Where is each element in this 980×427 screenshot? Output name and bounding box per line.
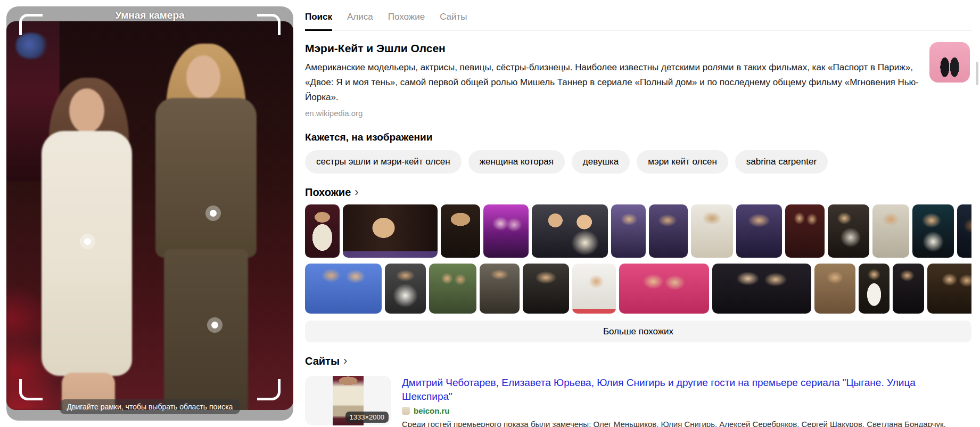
similar-image[interactable] <box>872 204 909 258</box>
similar-image[interactable] <box>619 264 709 314</box>
similar-image[interactable] <box>611 204 646 258</box>
results-panel: ПоискАлисаПохожиеСайты Мэри-Кейт и Эшли … <box>305 0 971 427</box>
similar-heading-link[interactable]: Похожие › <box>305 186 359 199</box>
object-marker-3[interactable] <box>211 322 218 329</box>
sites-section: Сайты › 1333×2000Дмитрий Чеботарев, Елиз… <box>305 355 971 427</box>
sites-heading-label: Сайты <box>305 355 340 367</box>
tab-bar: ПоискАлисаПохожиеСайты <box>305 0 971 31</box>
result-domain-text[interactable]: beicon.ru <box>414 406 450 415</box>
guess-chips-row: сестры эшли и мэри-кейт олсенженщина кот… <box>305 150 971 174</box>
result-thumbnail[interactable]: 1333×2000 <box>305 376 391 425</box>
similar-image[interactable] <box>785 204 825 258</box>
guesses-heading: Кажется, на изображении <box>305 132 971 143</box>
similar-images-row-1 <box>305 204 971 258</box>
similar-image[interactable] <box>893 264 924 314</box>
similar-image[interactable] <box>912 204 954 258</box>
similar-image[interactable] <box>483 204 529 258</box>
object-marker-1[interactable] <box>84 238 91 245</box>
selection-corner-bottom-right[interactable] <box>257 379 281 400</box>
similar-image[interactable] <box>712 264 811 314</box>
guess-chip[interactable]: мэри кейт олсен <box>637 150 728 174</box>
guess-chip[interactable]: девушка <box>572 150 630 174</box>
camera-panel-title: Умная камера <box>6 10 293 21</box>
smart-camera-panel: Умная камера Двигайте рамки, чтобы выбра… <box>6 6 293 421</box>
chevron-right-icon: › <box>343 355 347 367</box>
chevron-right-icon: › <box>355 186 358 198</box>
guess-chip[interactable]: женщина которая <box>468 150 565 174</box>
similar-image[interactable] <box>441 204 480 258</box>
beicon-favicon <box>402 407 410 415</box>
similar-image[interactable] <box>429 264 476 314</box>
similar-image[interactable] <box>572 264 616 314</box>
similar-image[interactable] <box>305 264 382 314</box>
poster-figure <box>16 33 49 59</box>
site-result: 1333×2000Дмитрий Чеботарев, Елизавета Юр… <box>305 376 971 427</box>
similar-image[interactable] <box>927 264 971 314</box>
entity-card: Мэри-Кейт и Эшли Олсен Американские моде… <box>305 42 971 118</box>
similar-image[interactable] <box>532 204 608 258</box>
similar-image[interactable] <box>736 204 782 258</box>
similar-image[interactable] <box>814 264 855 314</box>
sites-heading-link[interactable]: Сайты › <box>305 355 347 367</box>
guess-chip[interactable]: sabrina carpenter <box>735 150 828 174</box>
image-size-badge: 1333×2000 <box>345 412 389 423</box>
similar-image[interactable] <box>957 204 971 258</box>
tab-Похожие[interactable]: Похожие <box>388 12 425 30</box>
similar-image[interactable] <box>691 204 733 258</box>
camera-hint: Двигайте рамки, чтобы выбрать область по… <box>60 399 241 414</box>
similar-heading-label: Похожие <box>305 186 351 199</box>
result-body: Дмитрий Чеботарев, Елизавета Юрьева, Юли… <box>402 376 971 427</box>
similar-image[interactable] <box>523 264 569 314</box>
guess-chip[interactable]: сестры эшли и мэри-кейт олсен <box>305 150 462 174</box>
similar-image[interactable] <box>859 264 890 314</box>
woman-right-figure <box>146 47 268 410</box>
entity-source-url[interactable]: en.wikipedia.org <box>305 109 971 118</box>
entity-description: Американские модельеры, актрисы, певицы,… <box>305 60 923 105</box>
entity-title: Мэри-Кейт и Эшли Олсен <box>305 42 971 55</box>
similar-image[interactable] <box>305 204 340 258</box>
tab-Алиса[interactable]: Алиса <box>347 12 373 30</box>
similar-image[interactable] <box>649 204 688 258</box>
result-snippet: Среди гостей премьерного показа были зам… <box>402 418 971 427</box>
entity-thumbnail[interactable] <box>929 42 970 83</box>
tab-Поиск[interactable]: Поиск <box>305 12 332 31</box>
similar-image[interactable] <box>480 264 520 314</box>
woman-left-figure <box>34 85 149 410</box>
similar-image[interactable] <box>828 204 869 258</box>
similar-image[interactable] <box>385 264 426 314</box>
similar-images-row-2 <box>305 264 971 314</box>
result-domain-row: beicon.ru <box>402 406 971 415</box>
result-title-link[interactable]: Дмитрий Чеботарев, Елизавета Юрьева, Юли… <box>402 376 966 404</box>
object-marker-2[interactable] <box>210 210 217 217</box>
tab-Сайты[interactable]: Сайты <box>440 12 467 30</box>
scrollbar-thumb[interactable] <box>976 62 978 85</box>
more-similar-button[interactable]: Больше похожих <box>305 321 971 342</box>
selection-corner-bottom-left[interactable] <box>19 379 43 400</box>
similar-image[interactable] <box>343 204 438 258</box>
camera-photo[interactable] <box>6 21 293 410</box>
